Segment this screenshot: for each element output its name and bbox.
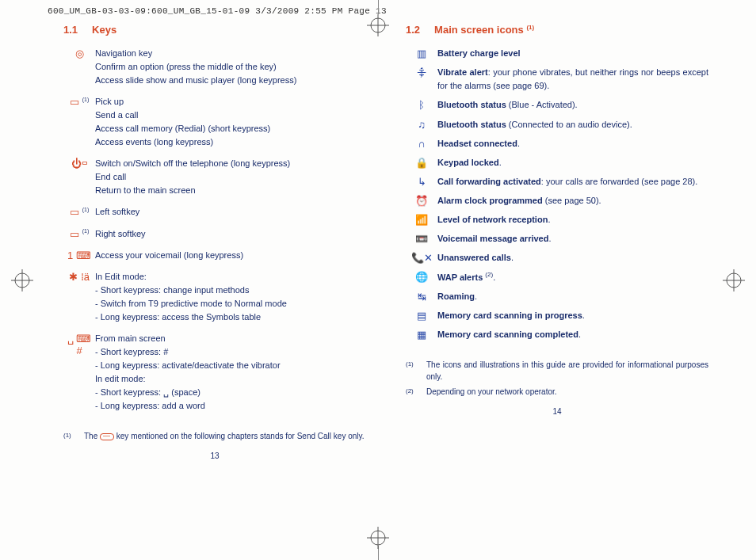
icon-row: ⸎Vibrate alert: your phone vibrates, but… (406, 66, 708, 93)
alarm-icon: ⏰ (406, 194, 437, 208)
icon-description: Memory card scanning completed. (437, 328, 708, 341)
section-header-keys: 1.1 Keys (63, 24, 366, 36)
icon-description: Unanswered calls. (437, 251, 708, 265)
star-key-icon: ✱ ⁞ä (63, 270, 95, 324)
icon-description: WAP alerts (2). (437, 270, 708, 284)
key-description: Pick upSend a callAccess call memory (Re… (95, 95, 366, 149)
registration-mark-bottom (367, 527, 389, 549)
key-row: ◎Navigation keyConfirm an option (press … (63, 47, 366, 87)
key-description: Switch on/Switch off the telephone (long… (95, 157, 366, 197)
icon-row: ⏰Alarm clock programmed (see page 50). (406, 194, 708, 208)
voicemail-key-icon: 1 ⌨ (63, 249, 95, 262)
footnote-text: Depending on your network operator. (426, 386, 708, 398)
key-description: In Edit mode:- Short keypress: change in… (95, 270, 366, 324)
registration-mark-top (367, 14, 389, 36)
key-row: ✱ ⁞äIn Edit mode:- Short keypress: chang… (63, 270, 366, 324)
key-row: ▭(1)Right softkey (63, 227, 366, 241)
section-header-icons: 1.2 Main screen icons (1) (406, 24, 708, 36)
icon-description: Headset connected. (437, 137, 708, 150)
key-row: ␣ ⌨ #From main screen- Short keypress: #… (63, 332, 366, 413)
section-number: 1.2 (406, 24, 420, 36)
icon-row: 🔒Keypad locked. (406, 156, 708, 170)
crop-mark-top (378, 0, 379, 14)
call-forward-icon: ↳ (406, 175, 437, 189)
key-row: ▭(1)Left softkey (63, 205, 366, 219)
key-row: 1 ⌨Access your voicemail (long keypress) (63, 249, 366, 262)
footnote-marker: (1) (63, 430, 84, 442)
icon-description: Bluetooth status (Blue - Activated). (437, 98, 708, 112)
icon-description: Keypad locked. (437, 156, 708, 170)
footnote-text: The key mentioned on the following chapt… (84, 430, 366, 442)
icon-row: ▥Battery charge level (406, 47, 708, 60)
wap-icon: 🌐 (406, 270, 437, 284)
voicemail-icon: 📼 (406, 232, 437, 246)
footnote-text: The icons and illustrations in this guid… (426, 359, 708, 383)
key-description: From main screen- Short keypress: #- Lon… (95, 332, 366, 413)
card-scan-done-icon: ▦ (406, 328, 437, 341)
left-softkey-icon: ▭(1) (63, 205, 95, 219)
key-row: ▭(1)Pick upSend a callAccess call memory… (63, 95, 366, 149)
icons-list: ▥Battery charge level⸎Vibrate alert: you… (406, 47, 708, 341)
signal-icon: 📶 (406, 213, 437, 227)
icon-row: ↳Call forwarding activated: your calls a… (406, 175, 708, 189)
send-key-inline-icon (100, 433, 114, 440)
icon-description: Voicemail message arrived. (437, 232, 708, 246)
section-title: Keys (92, 24, 116, 36)
icon-description: Memory card scanning in progress. (437, 309, 708, 322)
icon-description: Level of network reception. (437, 213, 708, 227)
icon-row: ♫Bluetooth status (Connected to an audio… (406, 118, 708, 131)
icon-description: Alarm clock programmed (see page 50). (437, 194, 708, 208)
icon-row: ▤Memory card scanning in progress. (406, 309, 708, 322)
page-number-left: 13 (63, 451, 366, 460)
vibrate-icon: ⸎ (406, 66, 437, 93)
icon-row: 📞✕Unanswered calls. (406, 251, 708, 265)
icon-row: 📼Voicemail message arrived. (406, 232, 708, 246)
icon-description: Bluetooth status (Connected to an audio … (437, 118, 708, 131)
icon-row: 🌐WAP alerts (2). (406, 270, 708, 284)
bluetooth-activated-icon: ᛒ (406, 98, 437, 112)
nav-key-icon: ◎ (63, 47, 95, 87)
section-number: 1.1 (63, 24, 78, 36)
icon-row: ᛒBluetooth status (Blue - Activated). (406, 98, 708, 112)
page-number-right: 14 (406, 407, 708, 416)
section-title: Main screen icons (1) (434, 24, 534, 36)
icon-description: Battery charge level (437, 47, 708, 60)
left-footnotes: (1) The key mentioned on the following c… (63, 430, 366, 442)
footnote-marker: (2) (406, 386, 426, 398)
key-row: ⏻▭Switch on/Switch off the telephone (lo… (63, 157, 366, 197)
right-page: 1.2 Main screen icons (1) ▥Battery charg… (398, 24, 716, 460)
key-description: Navigation keyConfirm an option (press t… (95, 47, 366, 87)
roaming-icon: ↹ (406, 290, 437, 303)
icon-description: Roaming. (437, 290, 708, 303)
headset-icon: ∩ (406, 137, 437, 150)
key-description: Access your voicemail (long keypress) (95, 249, 366, 262)
left-page: 1.1 Keys ◎Navigation keyConfirm an optio… (55, 24, 374, 460)
bluetooth-audio-icon: ♫ (406, 118, 437, 131)
right-softkey-icon: ▭(1) (63, 227, 95, 241)
missed-call-icon: 📞✕ (406, 251, 437, 265)
icon-row: ▦Memory card scanning completed. (406, 328, 708, 341)
key-description: Left softkey (95, 205, 366, 219)
footnote-marker: (1) (406, 359, 426, 383)
icon-row: ↹Roaming. (406, 290, 708, 303)
page-spread: 1.1 Keys ◎Navigation keyConfirm an optio… (0, 19, 756, 460)
battery-icon: ▥ (406, 47, 437, 60)
right-footnotes: (1)The icons and illustrations in this g… (406, 359, 708, 398)
icon-row: 📶Level of network reception. (406, 213, 708, 227)
registration-mark-right (723, 269, 745, 291)
key-description: Right softkey (95, 227, 366, 241)
pickup-key-icon: ▭(1) (63, 95, 95, 149)
card-scan-progress-icon: ▤ (406, 309, 437, 322)
icon-description: Call forwarding activated: your calls ar… (437, 175, 708, 189)
keys-list: ◎Navigation keyConfirm an option (press … (63, 47, 366, 413)
power-key-icon: ⏻▭ (63, 157, 95, 197)
hash-key-icon: ␣ ⌨ # (63, 332, 95, 413)
keypad-locked-icon: 🔒 (406, 156, 437, 170)
icon-row: ∩Headset connected. (406, 137, 708, 150)
icon-description: Vibrate alert: your phone vibrates, but … (437, 66, 708, 93)
registration-mark-left (11, 269, 33, 291)
